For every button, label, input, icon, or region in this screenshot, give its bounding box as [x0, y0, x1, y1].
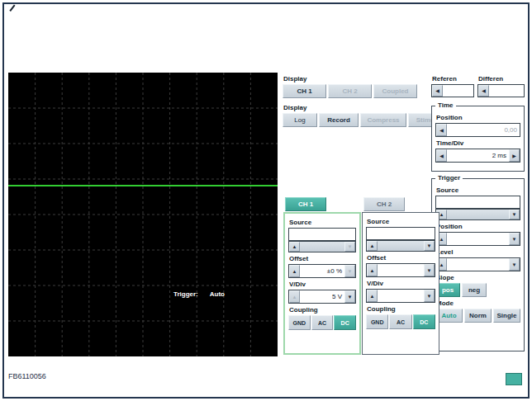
- up-arrow-icon: ▲: [439, 262, 444, 267]
- ch2-coupling-label: Coupling: [367, 305, 435, 313]
- down-arrow-icon: ▼: [427, 294, 432, 299]
- ch2-source-label: Source: [367, 218, 435, 225]
- ch2-header: CH 2: [363, 197, 405, 211]
- display-compress-button[interactable]: Compress: [360, 113, 406, 127]
- timediv-value: 2 ms: [447, 149, 509, 162]
- trigger-source-input[interactable]: [435, 196, 520, 209]
- ch1-vdiv-label: V/Div: [289, 281, 356, 288]
- ch1-vdiv-up-button[interactable]: ▲: [289, 290, 300, 303]
- ch2-panel: Source ▲ ▼ Offset ▲ ▼ V/Div ▲: [362, 212, 439, 355]
- difference-spinner: ◀: [477, 84, 525, 97]
- ch2-offset-value: [378, 264, 424, 276]
- trigger-readout: Trigger: Auto: [173, 290, 273, 298]
- ch1-offset-label: Offset: [289, 255, 356, 262]
- down-arrow-icon: ▼: [427, 268, 432, 273]
- ch2-coupling-dc-button[interactable]: DC: [413, 314, 435, 329]
- trigger-source-scroller: ▲ ▼: [435, 209, 520, 220]
- ch1-coupling-dc-button[interactable]: DC: [334, 315, 356, 330]
- up-arrow-icon: ▲: [370, 243, 375, 248]
- trigger-group-label: Trigger: [435, 174, 463, 182]
- ch1-source-down-button[interactable]: ▼: [344, 242, 355, 252]
- ch2-offset-down-button[interactable]: ▼: [424, 264, 435, 276]
- trigger-source-down-button[interactable]: ▼: [509, 210, 520, 219]
- ch1-offset-value: ±0 %: [300, 265, 344, 277]
- ch2-coupling-gnd-button[interactable]: GND: [366, 314, 388, 329]
- timediv-decrement-button[interactable]: ◀: [436, 149, 447, 162]
- up-arrow-icon: ▲: [292, 269, 297, 274]
- display-ch2-button[interactable]: CH 2: [328, 84, 372, 98]
- timediv-label: Time/Div: [436, 139, 520, 147]
- trigger-source-label: Source: [436, 186, 520, 194]
- display-coupled-button[interactable]: Coupled: [373, 84, 417, 98]
- display-log-button[interactable]: Log: [283, 113, 317, 127]
- oscilloscope-screen: Trigger: Auto: [8, 73, 278, 356]
- slope-neg-button[interactable]: neg: [462, 283, 487, 297]
- ch1-source-input[interactable]: [288, 228, 356, 241]
- ch2-offset-label: Offset: [367, 254, 435, 262]
- difference-value: [489, 85, 524, 97]
- trigger-position-value: [447, 233, 509, 245]
- ch2-offset-up-button[interactable]: ▲: [367, 264, 378, 276]
- trigger-level-label: Level: [436, 248, 520, 256]
- mode-single-button[interactable]: Single: [493, 309, 520, 323]
- ch2-source-up-button[interactable]: ▲: [367, 241, 378, 251]
- ch1-vdiv-down-button[interactable]: ▼: [344, 290, 355, 303]
- ch1-offset-down-button[interactable]: ▼: [344, 265, 355, 277]
- ch2-source-scroller-track: [378, 241, 424, 251]
- ch1-offset-up-button[interactable]: ▲: [289, 265, 300, 277]
- ch1-coupling-ac-button[interactable]: AC: [311, 315, 334, 330]
- ch1-header: CH 1: [285, 197, 326, 211]
- ch2-coupling-ac-button[interactable]: AC: [389, 314, 411, 329]
- display-modes-group: Display Log Record Compress Stimuli: [283, 101, 446, 127]
- trigger-level-down-button[interactable]: ▼: [509, 258, 520, 271]
- display-record-button[interactable]: Record: [319, 113, 359, 127]
- down-arrow-icon: ▼: [348, 269, 353, 274]
- ch2-offset-spinner: ▲ ▼: [366, 263, 435, 277]
- trigger-slope-label: Slope: [436, 274, 520, 281]
- instrument-panel-frame: Trigger: Auto Display CH 1 CH 2 Coupled …: [2, 2, 530, 399]
- trigger-group: Trigger Source ▲ ▼ Position ▲ ▼ Level: [431, 178, 525, 351]
- mode-norm-button[interactable]: Norm: [464, 309, 492, 323]
- time-position-label: Position: [436, 114, 520, 121]
- time-position-decrement-button[interactable]: ◀: [436, 124, 447, 136]
- left-arrow-icon: ◀: [482, 88, 486, 93]
- logo-mark: [9, 5, 21, 17]
- difference-decrement-button[interactable]: ◀: [478, 85, 489, 97]
- ch1-panel: Source ▲ ▼ Offset ▲ ±0 % ▼ V/Div ▲: [283, 212, 361, 355]
- ch2-source-input[interactable]: [366, 227, 435, 240]
- down-arrow-icon: ▼: [512, 212, 517, 217]
- ch1-coupling-gnd-button[interactable]: GND: [288, 315, 311, 330]
- display-ch1-button[interactable]: CH 1: [283, 84, 326, 98]
- left-arrow-icon: ◀: [439, 153, 444, 158]
- timediv-spinner: ◀ 2 ms ▶: [435, 149, 520, 163]
- down-arrow-icon: ▼: [348, 295, 353, 300]
- up-arrow-icon: ▲: [292, 244, 297, 249]
- time-group: Time Position ◀ 0,00 Time/Div ◀ 2 ms ▶: [431, 106, 525, 172]
- scope-grid: [8, 73, 278, 356]
- reference-decrement-button[interactable]: ◀: [432, 85, 443, 97]
- ch1-source-up-button[interactable]: ▲: [289, 242, 300, 252]
- time-group-label: Time: [435, 101, 456, 110]
- trigger-position-down-button[interactable]: ▼: [509, 233, 520, 245]
- time-position-value: 0,00: [447, 124, 520, 136]
- ch1-vdiv-spinner: ▲ 5 V ▼: [288, 290, 356, 304]
- ch2-select-button[interactable]: CH 2: [363, 197, 405, 211]
- trigger-position-label: Position: [436, 223, 520, 230]
- ch1-vdiv-value: 5 V: [300, 290, 344, 303]
- ch2-vdiv-up-button[interactable]: ▲: [367, 290, 378, 302]
- up-arrow-icon: ▲: [370, 268, 375, 273]
- trigger-level-spinner: ▲ ▼: [435, 257, 520, 271]
- ch1-source-scroller: ▲ ▼: [288, 241, 356, 252]
- display-channels-label: Display: [283, 75, 417, 83]
- right-arrow-icon: ▶: [512, 153, 516, 158]
- up-arrow-icon: ▲: [370, 294, 375, 299]
- ch1-source-label: Source: [289, 219, 356, 226]
- ch1-select-button[interactable]: CH 1: [285, 197, 326, 211]
- ch2-vdiv-down-button[interactable]: ▼: [424, 290, 435, 302]
- timediv-increment-button[interactable]: ▶: [509, 149, 520, 162]
- trigger-readout-value: Auto: [210, 290, 225, 298]
- down-arrow-icon: ▼: [348, 244, 353, 249]
- trigger-position-spinner: ▲ ▼: [435, 232, 520, 246]
- difference-label: Differen: [478, 75, 525, 83]
- ch2-source-down-button[interactable]: ▼: [424, 241, 435, 251]
